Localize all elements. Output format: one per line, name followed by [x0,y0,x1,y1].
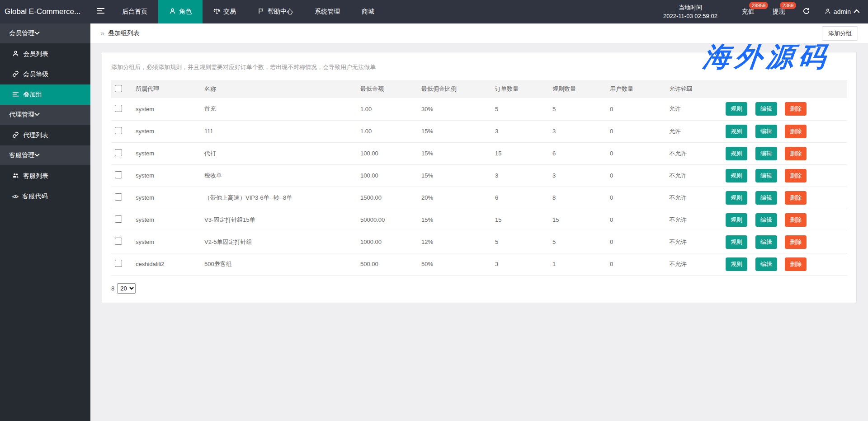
top-menu-dashboard[interactable]: 后台首页 [111,0,158,23]
select-all-checkbox[interactable] [115,85,122,92]
cell-min-commission: 15% [418,142,491,164]
cell-min-commission: 15% [418,164,491,187]
local-time-value: 2022-11-03 02:59:02 [663,12,717,21]
table-body: system 首充 1.00 30% 5 5 0 允许 规则 编辑 删除 sys… [111,98,847,275]
top-menu-label: 交易 [223,8,236,16]
edit-button[interactable]: 编辑 [755,191,777,205]
top-menu-roles[interactable]: 角色 [158,0,203,23]
local-time: 当地时间 2022-11-03 02:59:02 [663,3,717,21]
chevron-up-icon [854,8,860,16]
add-group-button[interactable]: 添加分组 [822,26,858,41]
main-area: » 叠加组列表 添加分组 添加分组后，必须添加规则，并且规则需要对应好订单个数，… [90,23,868,421]
edit-button[interactable]: 编辑 [755,235,777,249]
cell-rule-count: 15 [549,209,606,231]
cell-user-count: 0 [606,253,665,275]
link-icon [12,131,19,140]
rule-button[interactable]: 规则 [726,257,747,271]
top-menu-help-center[interactable]: 帮助中心 [247,0,304,23]
rule-button[interactable]: 规则 [726,102,747,116]
cell-rule-count: 5 [549,98,606,120]
rule-button[interactable]: 规则 [726,235,747,249]
cell-min-commission: 15% [418,120,491,142]
cell-min-amount: 50000.00 [357,209,418,231]
row-checkbox[interactable] [115,215,122,223]
cell-rule-count: 8 [549,187,606,209]
topbar-right: 当地时间 2022-11-03 02:59:02 充值 29959 提现 236… [663,0,868,23]
rule-button[interactable]: 规则 [726,169,747,182]
table-row: system 税收单 100.00 15% 3 3 0 不允许 规则 编辑 删除 [111,164,847,187]
edit-button[interactable]: 编辑 [755,213,777,227]
sidebar-item-member-list[interactable]: 会员列表 [0,44,90,64]
cell-agent: system [132,164,201,187]
sidebar-collapse-button[interactable] [90,0,111,23]
sidebar-item-label: 客服列表 [23,172,48,180]
scales-icon [213,8,220,16]
top-menu-label: 角色 [179,8,192,16]
row-checkbox[interactable] [115,171,122,178]
stack-group-panel: 添加分组后，必须添加规则，并且规则需要对应好订单个数，若出现不对称情况，会导致用… [102,52,857,303]
sidebar-item-service-list[interactable]: 客服列表 [0,166,90,186]
row-checkbox[interactable] [115,260,122,267]
sidebar-group-agent-management[interactable]: 代理管理 [0,105,90,125]
sidebar-item-member-level[interactable]: 会员等级 [0,64,90,84]
admin-menu[interactable]: admin [825,8,860,16]
sidebar-item-service-code[interactable]: </> 客服代码 [0,186,90,206]
cell-min-amount: 500.00 [357,253,418,275]
chevron-down-icon [34,30,40,37]
delete-button[interactable]: 删除 [785,257,807,271]
sidebar-group-service-management[interactable]: 客服管理 [0,145,90,165]
topbar: Global E-Commerce... 后台首页 角色 交易 帮助中心 [0,0,868,23]
user-icon [825,8,831,16]
row-checkbox[interactable] [115,193,122,201]
refresh-button[interactable] [802,7,810,17]
top-menu-trade[interactable]: 交易 [203,0,247,23]
delete-button[interactable]: 删除 [785,213,807,227]
sidebar-item-stack-group[interactable]: 叠加组 [0,84,90,105]
page-size-select[interactable]: 20 [117,283,136,294]
delete-button[interactable]: 删除 [785,102,807,116]
notice-text: 添加分组后，必须添加规则，并且规则需要对应好订单个数，若出现不对称情况，会导致用… [111,63,847,71]
delete-button[interactable]: 删除 [785,191,807,205]
rule-button[interactable]: 规则 [726,191,747,205]
sidebar-item-agent-list[interactable]: 代理列表 [0,125,90,145]
code-icon: </> [12,194,18,199]
row-checkbox[interactable] [115,149,122,156]
sidebar-item-label: 会员等级 [23,70,48,79]
cell-name: 税收单 [201,164,357,187]
page-title: 叠加组列表 [108,29,140,37]
edit-button[interactable]: 编辑 [755,147,777,160]
withdraw-link[interactable]: 提现 2369 [773,8,785,16]
delete-button[interactable]: 删除 [785,169,807,182]
total-count: 8 [111,285,114,292]
sidebar-group-label: 会员管理 [9,29,34,37]
top-menu-mall[interactable]: 商城 [351,0,385,23]
sidebar-group-member-management[interactable]: 会员管理 [0,23,90,43]
edit-button[interactable]: 编辑 [755,169,777,182]
cell-rule-count: 3 [549,164,606,187]
rule-button[interactable]: 规则 [726,147,747,160]
delete-button[interactable]: 删除 [785,235,807,249]
row-checkbox[interactable] [115,127,122,134]
table-row: system 代打 100.00 15% 15 6 0 不允许 规则 编辑 删除 [111,142,847,164]
rule-button[interactable]: 规则 [726,125,747,138]
edit-button[interactable]: 编辑 [755,102,777,116]
cell-user-count: 0 [606,98,665,120]
row-checkbox[interactable] [115,105,122,112]
rule-button[interactable]: 规则 [726,213,747,227]
flag-icon [258,8,264,16]
edit-button[interactable]: 编辑 [755,125,777,138]
edit-button[interactable]: 编辑 [755,257,777,271]
chevron-down-icon [34,111,40,118]
top-menu-system[interactable]: 系统管理 [304,0,351,23]
top-menu-label: 帮助中心 [268,8,293,16]
header-user-count: 用户数量 [606,80,665,98]
header-order-count: 订单数量 [491,80,549,98]
row-checkbox[interactable] [115,238,122,245]
cell-agent: ceshidalili2 [132,253,201,275]
sidebar-item-label: 叠加组 [23,91,42,99]
cell-agent: system [132,187,201,209]
cell-order-count: 5 [491,231,549,253]
recharge-link[interactable]: 充值 29959 [742,8,755,16]
delete-button[interactable]: 删除 [785,125,807,138]
delete-button[interactable]: 删除 [785,147,807,160]
